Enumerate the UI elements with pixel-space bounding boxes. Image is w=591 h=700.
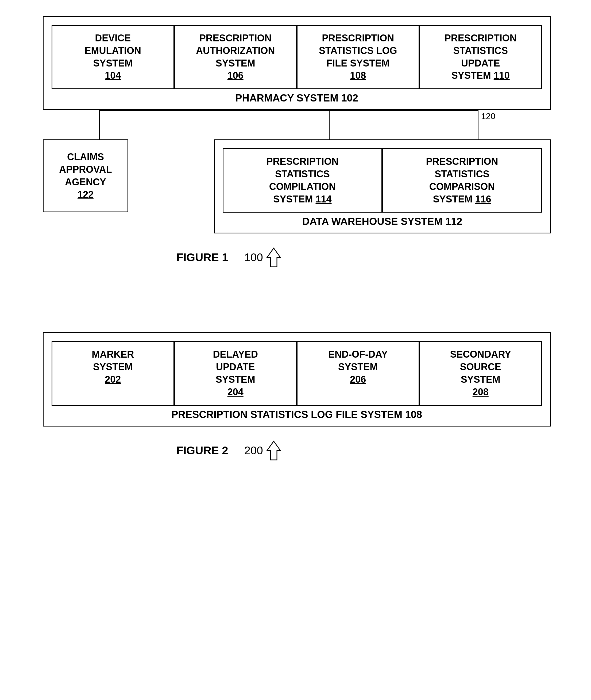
- device-emulation-system-box: DEVICEEMULATIONSYSTEM 104: [52, 25, 174, 89]
- delayed-update-system-box: DELAYEDUPDATESYSTEM 204: [174, 341, 297, 405]
- pharmacy-inner-boxes: DEVICEEMULATIONSYSTEM 104 PRESCRIPTIONAU…: [52, 25, 542, 89]
- delayed-update-ref: 204: [227, 386, 244, 397]
- figure2-ref: 200: [244, 440, 282, 461]
- ps-comparison-ref: 116: [475, 193, 491, 205]
- ps-log-ref: 108: [350, 70, 366, 81]
- prescription-statistics-log-system-box: PRESCRIPTIONSTATISTICS LOGFILE SYSTEM 10…: [297, 25, 419, 89]
- ps-log-text: PRESCRIPTIONSTATISTICS LOGFILE SYSTEM: [319, 32, 397, 69]
- pharmacy-ref: 102: [341, 92, 358, 104]
- pslog-label: PRESCRIPTION STATISTICS LOG FILE SYSTEM …: [52, 409, 542, 420]
- line-down-far-right: [478, 110, 478, 139]
- pharmacy-label: PHARMACY SYSTEM 102: [52, 92, 542, 104]
- ref-120-label: 120: [481, 111, 495, 121]
- figure1-arrow-up-icon: [266, 247, 282, 268]
- line-horiz-right: [329, 110, 478, 111]
- claims-approval-ref: 122: [77, 189, 93, 200]
- svg-marker-1: [267, 441, 280, 460]
- line-horiz-top: [99, 110, 329, 111]
- prescription-authorization-system-box: PRESCRIPTIONAUTHORIZATIONSYSTEM 106: [174, 25, 297, 89]
- claims-approval-agency-box: CLAIMSAPPROVALAGENCY 122: [43, 139, 128, 212]
- ps-compilation-system-box: PRESCRIPTIONSTATISTICSCOMPILATIONSYSTEM …: [223, 148, 382, 213]
- data-warehouse-ref: 112: [445, 216, 462, 227]
- pharmacy-system-box: DEVICEEMULATIONSYSTEM 104 PRESCRIPTIONAU…: [43, 16, 551, 110]
- marker-system-text: MARKERSYSTEM: [92, 349, 134, 372]
- delayed-update-text: DELAYEDUPDATESYSTEM: [213, 349, 258, 385]
- pslog-ref: 108: [405, 409, 422, 420]
- end-of-day-system-box: END-OF-DAYSYSTEM 206: [297, 341, 419, 405]
- device-emulation-line1: DEVICEEMULATIONSYSTEM: [85, 32, 141, 69]
- figure2-ref-num: 200: [244, 444, 263, 457]
- marker-system-box: MARKERSYSTEM 202: [52, 341, 174, 405]
- figure2-arrow-up-icon: [266, 440, 282, 461]
- figure1-caption: FIGURE 1 100: [43, 247, 551, 268]
- pslog-system-box: MARKERSYSTEM 202 DELAYEDUPDATESYSTEM 204…: [43, 332, 551, 426]
- prescription-auth-ref: 106: [227, 70, 244, 81]
- lower-section: CLAIMSAPPROVALAGENCY 122 PRESCRIPTIONSTA…: [43, 139, 551, 233]
- figure1-ref: 100: [244, 247, 282, 268]
- pslog-inner-boxes: MARKERSYSTEM 202 DELAYEDUPDATESYSTEM 204…: [52, 341, 542, 405]
- figure1-label: FIGURE 1: [177, 251, 228, 264]
- ps-update-ref: 110: [494, 70, 510, 81]
- end-of-day-ref: 206: [350, 374, 366, 385]
- prescription-auth-text: PRESCRIPTIONAUTHORIZATIONSYSTEM: [196, 32, 275, 69]
- data-warehouse-label-text: DATA WAREHOUSE SYSTEM 112: [302, 216, 462, 227]
- ps-compilation-ref: 114: [315, 193, 331, 205]
- ps-comparison-system-box: PRESCRIPTIONSTATISTICSCOMPARISONSYSTEM 1…: [382, 148, 542, 213]
- line-down-left: [99, 110, 100, 139]
- data-warehouse-system-box: PRESCRIPTIONSTATISTICSCOMPILATIONSYSTEM …: [214, 139, 551, 233]
- prescription-statistics-update-system-box: PRESCRIPTIONSTATISTICSUPDATESYSTEM 110: [419, 25, 542, 89]
- secondary-source-system-box: SECONDARYSOURCESYSTEM 208: [419, 341, 542, 405]
- end-of-day-text: END-OF-DAYSYSTEM: [328, 349, 388, 372]
- data-warehouse-label: DATA WAREHOUSE SYSTEM 112: [223, 216, 542, 227]
- connection-lines-area: 120: [43, 110, 551, 139]
- figure1-wrapper: DEVICEEMULATIONSYSTEM 104 PRESCRIPTIONAU…: [43, 16, 551, 268]
- figure2-caption: FIGURE 2 200: [43, 440, 551, 461]
- svg-marker-0: [267, 248, 280, 267]
- data-warehouse-inner-boxes: PRESCRIPTIONSTATISTICSCOMPILATIONSYSTEM …: [223, 148, 542, 213]
- fig-spacer: [21, 268, 570, 300]
- secondary-source-text: SECONDARYSOURCESYSTEM: [450, 349, 511, 385]
- pharmacy-label-text: PHARMACY SYSTEM 102: [235, 92, 358, 104]
- device-emulation-ref: 104: [105, 70, 121, 81]
- figure2-wrapper: MARKERSYSTEM 202 DELAYEDUPDATESYSTEM 204…: [43, 332, 551, 461]
- secondary-source-ref: 208: [473, 386, 488, 397]
- pslog-label-text: PRESCRIPTION STATISTICS LOG FILE SYSTEM …: [171, 409, 422, 420]
- marker-system-ref: 202: [105, 374, 121, 385]
- figure2-label: FIGURE 2: [177, 444, 228, 457]
- figure1-ref-num: 100: [244, 251, 263, 264]
- line-down-right: [329, 110, 330, 139]
- claims-approval-wrapper: CLAIMSAPPROVALAGENCY 122: [43, 139, 128, 212]
- claims-approval-text: CLAIMSAPPROVALAGENCY: [59, 151, 112, 187]
